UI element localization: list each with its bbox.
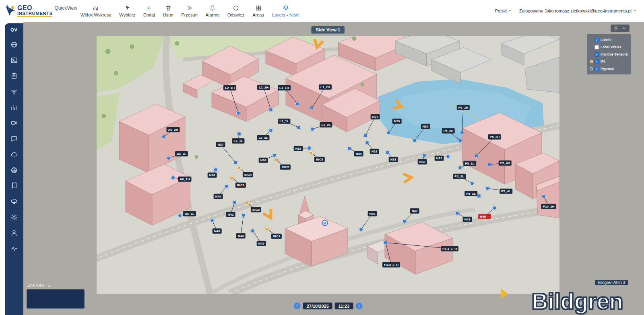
sensor-dot-INC3[interactable]	[231, 176, 234, 180]
sensor-label-P4-3_1_H[interactable]: P4-3_1_H	[441, 246, 458, 251]
sidebar-item-charts[interactable]	[7, 101, 21, 114]
sensor-label-A6_2L[interactable]: A6_2L	[175, 151, 188, 156]
sensor-label-N28[interactable]: N28	[370, 149, 379, 154]
sensor-dot-N47[interactable]	[402, 219, 407, 223]
sensor-dot-A6_2H[interactable]	[162, 135, 166, 139]
sensor-label-N29[interactable]: N29	[392, 119, 402, 124]
next-date-button[interactable]	[355, 303, 362, 309]
sensor-dot-L1_1L[interactable]	[297, 126, 301, 130]
sensor-label-N46[interactable]: N46	[368, 211, 377, 216]
sensor-label-N42[interactable]: N42	[226, 212, 235, 217]
sensor-label-N45[interactable]: N45	[257, 241, 266, 246]
sensor-dot-N36[interactable]	[272, 153, 277, 157]
sensor-dot-N42[interactable]	[233, 200, 237, 204]
sensor-label-N40[interactable]: N40	[214, 194, 223, 199]
sensor-label-L2_1H[interactable]: L2_1H	[223, 85, 236, 91]
sidebar-item-cloud-sync[interactable]	[7, 148, 21, 161]
previous-date-button[interactable]	[294, 303, 301, 309]
sensor-dot-P4-3_2_H[interactable]	[384, 241, 388, 245]
sensor-dot-N35[interactable]	[307, 146, 311, 150]
sensor-label-N43[interactable]: N43	[213, 229, 222, 234]
sensor-label-N34[interactable]: N34	[354, 151, 363, 156]
toolbar-alarmy-button[interactable]: Alarmy	[202, 3, 223, 19]
sensor-label-INC4[interactable]: INC4	[243, 172, 253, 177]
toolbar-widok-wykresu-button[interactable]: Widok Wykresu	[77, 3, 114, 19]
sensor-dot-INC4[interactable]	[237, 167, 241, 170]
date-display[interactable]: 27/10/2025	[303, 303, 332, 309]
screenshot-button[interactable]	[613, 25, 619, 31]
sensor-label-P5_1L[interactable]: P5_1L	[463, 161, 476, 166]
sensor-dot-N27[interactable]	[363, 134, 367, 138]
sensor-dot-P5_1L[interactable]	[458, 166, 462, 170]
sensor-dot-L1_2H[interactable]	[310, 106, 314, 110]
view-title-badge[interactable]: Side View 1	[312, 26, 345, 33]
time-display[interactable]: 11:23	[335, 303, 353, 309]
sensor-label-P5_2H[interactable]: P5_2H	[442, 128, 455, 134]
sidebar-item-account[interactable]	[7, 226, 21, 240]
collapse-panel-button[interactable]	[621, 25, 627, 31]
legend-checkbox[interactable]: ✓	[594, 67, 599, 71]
sensor-dot-P10_1H[interactable]	[542, 194, 546, 198]
sensor-dot-INC6[interactable]	[310, 151, 313, 155]
sensor-dot-P5_3L[interactable]	[477, 194, 481, 198]
sensor-label-P5_4L[interactable]: P5_4L	[500, 189, 512, 194]
sensor-dot-N31[interactable]	[446, 154, 450, 159]
sensor-dot-L2_2L[interactable]	[269, 128, 273, 132]
toolbar-odswiez-button[interactable]: Odswiez	[224, 3, 248, 19]
sensor-label-N36[interactable]: N36	[259, 158, 268, 163]
sidebar-item-sensors[interactable]	[7, 85, 21, 99]
sensor-label-N38[interactable]: N38	[208, 173, 217, 178]
language-selector[interactable]: Polski	[495, 8, 512, 13]
sidebar-item-messages[interactable]	[7, 132, 21, 146]
sensor-label-N44[interactable]: N44	[236, 233, 246, 239]
sensor-label-INC2[interactable]: INC2	[251, 207, 261, 212]
sensor-label-INC1[interactable]: INC1	[271, 234, 282, 239]
saved-view-thumbnail[interactable]	[27, 289, 85, 309]
sensor-dot-L2_2H[interactable]	[269, 108, 273, 112]
sensor-dot-P5_2H[interactable]	[458, 139, 462, 143]
sensor-dot-N33[interactable]	[386, 150, 390, 154]
sensor-label-P5_2L[interactable]: P5_2L	[453, 174, 466, 179]
sensor-label-N49[interactable]: N49	[478, 214, 491, 219]
sensor-label-INC5[interactable]: INC5	[280, 165, 291, 170]
sensor-label-L2_1L[interactable]: L2_1L	[232, 138, 244, 144]
sensor-label-L1_2H[interactable]: L1_2H	[319, 84, 332, 90]
sensor-label-P5_4H[interactable]: P5_4H	[499, 161, 512, 166]
sensor-label-L1_1H[interactable]: L1_1H	[278, 85, 291, 91]
sensor-label-P10_1H[interactable]: P10_1H	[541, 204, 556, 209]
sensor-label-L1_2L[interactable]: L1_2L	[320, 122, 332, 128]
sensor-label-N35[interactable]: N35	[294, 146, 303, 151]
toolbar-przesun-button[interactable]: Przesun	[178, 3, 200, 19]
toolbar-usun-button[interactable]: Usun	[160, 3, 177, 19]
sidebar-item-network[interactable]	[7, 163, 21, 177]
legend-checkbox[interactable]: ✓	[594, 60, 599, 64]
sensor-dot-A6_1L[interactable]	[178, 214, 182, 218]
sensor-dot-N37[interactable]	[233, 161, 237, 165]
sidebar-item-downloads[interactable]	[7, 195, 21, 208]
sensor-dot-N40[interactable]	[225, 184, 229, 188]
sidebar-item-documents[interactable]	[7, 69, 21, 83]
sidebar-item-cameras[interactable]	[7, 116, 21, 130]
sensor-dot-P5_2L[interactable]	[470, 181, 474, 185]
sensor-label-A6_1H[interactable]: A6_1H	[178, 177, 192, 182]
sensor-label-P5_3L[interactable]: P5_3L	[464, 191, 477, 196]
sensor-dot-P5_3H[interactable]	[475, 154, 479, 158]
sensor-label-N33[interactable]: N33	[389, 157, 398, 162]
sensor-dot-N32[interactable]	[422, 153, 426, 157]
user-menu[interactable]: Zalogowany Jako tomasz.zietkowski@geo-in…	[519, 8, 637, 13]
sensor-label-P5_3H[interactable]: P5_3H	[488, 134, 501, 140]
toolbar-layers-button[interactable]: Layers - New!	[269, 3, 303, 19]
sensor-label-N48[interactable]: N48	[463, 217, 472, 222]
sensor-label-N31[interactable]: N31	[435, 156, 444, 161]
sidebar-item-reports[interactable]	[7, 179, 21, 193]
sensor-dot-N34[interactable]	[347, 146, 351, 150]
sensor-label-N27[interactable]: N27	[371, 114, 380, 119]
sensor-dot-L2_1H[interactable]	[236, 111, 240, 115]
sensor-label-N37[interactable]: N37	[216, 142, 225, 147]
sensor-dot-L1_1H[interactable]	[295, 102, 299, 106]
sensor-dot-P5_1H[interactable]	[460, 131, 464, 135]
sensor-dot-N38[interactable]	[214, 168, 218, 172]
sensor-dot-INC5[interactable]	[275, 159, 279, 162]
sensor-label-N30[interactable]: N30	[421, 124, 430, 129]
toolbar-dodaj-button[interactable]: Dodaj	[140, 3, 158, 19]
